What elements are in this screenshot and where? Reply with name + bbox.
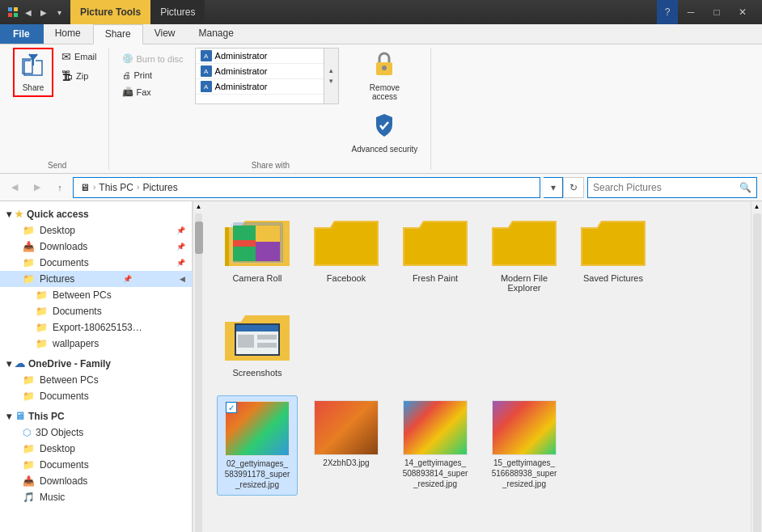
share-list: A Administrator A Administrator A Admini… xyxy=(195,48,324,104)
folder-thumb-mfe xyxy=(492,216,557,271)
folder-icon-docs: 📁 xyxy=(23,257,35,268)
sidebar-scrollbar[interactable]: ▲ ▼ xyxy=(193,201,204,532)
expand-arrow-quick: ▾ xyxy=(6,209,11,220)
folder-facebook[interactable]: Facebook xyxy=(306,211,387,298)
folder-modern-file-explorer[interactable]: Modern File Explorer xyxy=(484,211,565,298)
file-item-2[interactable]: 2XzbhD3.jpg xyxy=(306,395,387,496)
content-scroll-up[interactable]: ▲ xyxy=(751,201,762,212)
advanced-security-button[interactable]: Advanced security xyxy=(345,109,425,157)
search-input[interactable] xyxy=(593,182,736,193)
screenshots-label: Screenshots xyxy=(232,368,282,378)
share-icon xyxy=(21,53,45,82)
scroll-down-arrow[interactable]: ▼ xyxy=(326,76,336,87)
window-title: Pictures xyxy=(150,0,205,24)
fax-icon: 📠 xyxy=(122,87,133,97)
burn-disc-button[interactable]: 💿 Burn to disc xyxy=(117,51,188,66)
folder-camera-roll[interactable]: Camera Roll xyxy=(217,211,298,298)
folder-icon-od-docs: 📁 xyxy=(23,391,35,402)
folder-thumb-facebook xyxy=(314,216,379,271)
folder-saved-pictures[interactable]: Saved Pictures xyxy=(573,211,654,298)
help-button[interactable]: ? xyxy=(657,0,678,24)
quick-access-header[interactable]: ▾ ★ Quick access xyxy=(0,206,192,222)
sidebar-item-pc-music[interactable]: 🎵 Music xyxy=(0,489,192,505)
sidebar-item-3d-objects[interactable]: ⬡ 3D Objects xyxy=(0,424,192,441)
quick-access-icon[interactable]: ◀ xyxy=(22,6,35,19)
sidebar-scroll-up[interactable]: ▲ xyxy=(193,201,204,212)
sidebar-item-pc-documents[interactable]: 📁 Documents xyxy=(0,457,192,473)
quick-access-icon2[interactable]: ▶ xyxy=(37,6,50,19)
share-scroll: ▲ ▼ xyxy=(324,48,339,104)
back-button[interactable]: ◀ xyxy=(5,178,24,197)
tab-view[interactable]: View xyxy=(143,24,188,44)
maximize-button[interactable]: □ xyxy=(704,0,730,24)
quick-access-label: Quick access xyxy=(27,209,89,220)
folder-thumb-fresh-paint xyxy=(403,216,468,271)
address-dropdown[interactable]: ▾ xyxy=(544,177,563,198)
share-button[interactable]: Share xyxy=(13,48,53,97)
tab-share[interactable]: Share xyxy=(93,24,143,44)
file-item-3[interactable]: 14_gettyimages_508893814_super_resized.j… xyxy=(395,395,476,496)
expand-arrow-pc: ▾ xyxy=(6,411,11,422)
svg-rect-17 xyxy=(256,242,280,261)
folder-fresh-paint[interactable]: Fresh Paint xyxy=(395,211,476,298)
folder-icon-pictures: 📁 xyxy=(23,273,35,285)
file-checkbox-1[interactable]: ✓ xyxy=(226,402,237,413)
zip-button[interactable]: 🗜 Zip xyxy=(57,67,102,85)
export-label: Export-180625153… xyxy=(53,322,142,333)
search-icon[interactable]: 🔍 xyxy=(739,182,751,193)
user-1: Administrator xyxy=(215,51,268,61)
folder-icon-pc-downloads: 📥 xyxy=(23,475,35,487)
minimize-button[interactable]: ─ xyxy=(678,0,704,24)
sidebar-item-pc-desktop[interactable]: 📁 Desktop xyxy=(0,441,192,457)
refresh-button[interactable]: ↻ xyxy=(563,177,584,198)
up-button[interactable]: ↑ xyxy=(50,178,70,197)
file-name-2: 2XzbhD3.jpg xyxy=(323,458,369,468)
scroll-up-arrow[interactable]: ▲ xyxy=(326,65,336,76)
remove-access-button[interactable]: Removeaccess xyxy=(363,48,406,104)
sidebar-item-od-bpcs[interactable]: 📁 Between PCs xyxy=(0,372,192,388)
share-with-label: Share with xyxy=(252,158,290,170)
saved-pictures-label: Saved Pictures xyxy=(583,273,643,283)
address-path[interactable]: 🖥 › This PC › Pictures xyxy=(73,177,540,198)
facebook-label: Facebook xyxy=(327,273,366,283)
breadcrumb-thispc[interactable]: This PC xyxy=(99,182,133,193)
sidebar-item-od-docs[interactable]: 📁 Documents xyxy=(0,388,192,404)
main-area: ▾ ★ Quick access 📁 Desktop 📌 📥 Downloads… xyxy=(0,201,762,532)
folder-icon-wallpapers: 📁 xyxy=(36,338,48,349)
music-icon: 🎵 xyxy=(23,492,35,503)
sidebar-item-documents[interactable]: 📁 Documents 📌 xyxy=(0,255,192,271)
content-scrollbar[interactable]: ▲ ▼ xyxy=(751,201,762,532)
thispc-header[interactable]: ▾ 🖥 This PC xyxy=(0,407,192,424)
print-button[interactable]: 🖨 Print xyxy=(117,68,188,82)
sidebar-item-pictures[interactable]: 📁 Pictures 📌 ◀ xyxy=(0,271,192,287)
sidebar-item-downloads[interactable]: 📥 Downloads 📌 xyxy=(0,239,192,255)
sidebar-item-desktop[interactable]: 📁 Desktop 📌 xyxy=(0,222,192,239)
forward-button[interactable]: ▶ xyxy=(28,178,47,197)
title-bar-left: ◀ ▶ ▾ Picture Tools Pictures xyxy=(6,0,205,24)
folder-screenshots[interactable]: Screenshots xyxy=(217,306,298,382)
lock-icon xyxy=(373,51,396,82)
sidebar-scroll-thumb[interactable] xyxy=(195,222,203,254)
sidebar-item-export[interactable]: 📁 Export-180625153… xyxy=(0,319,192,336)
close-button[interactable]: ✕ xyxy=(730,0,756,24)
remove-access-label: Removeaccess xyxy=(370,83,400,101)
quick-access-icon3[interactable]: ▾ xyxy=(53,6,66,19)
sidebar-item-sub-documents[interactable]: 📁 Documents xyxy=(0,303,192,319)
content-area: Camera Roll Facebook xyxy=(204,201,751,532)
sidebar-item-wallpapers[interactable]: 📁 wallpapers xyxy=(0,336,192,352)
send-items: Share ✉ Email 🗜 Zip xyxy=(13,48,102,157)
fax-button[interactable]: 📠 Fax xyxy=(117,84,188,99)
share-list-item: A Administrator xyxy=(196,64,324,79)
tab-home[interactable]: Home xyxy=(44,24,93,44)
user-3: Administrator xyxy=(215,82,268,91)
file-item-4[interactable]: 15_gettyimages_516688938_super_resized.j… xyxy=(484,395,565,496)
tab-manage[interactable]: Manage xyxy=(188,24,246,44)
sidebar-item-pc-downloads[interactable]: 📥 Downloads xyxy=(0,473,192,489)
breadcrumb-pictures[interactable]: Pictures xyxy=(142,182,177,193)
email-button[interactable]: ✉ Email xyxy=(57,48,102,65)
sidebar-item-between-pcs[interactable]: 📁 Between PCs xyxy=(0,287,192,303)
file-item-1[interactable]: ✓ 02_gettyimages_583991178_super_resized… xyxy=(217,395,298,496)
tab-file[interactable]: File xyxy=(0,24,44,44)
onedrive-header[interactable]: ▾ ☁ OneDrive - Family xyxy=(0,355,192,372)
icon-3d: ⬡ xyxy=(23,427,31,438)
